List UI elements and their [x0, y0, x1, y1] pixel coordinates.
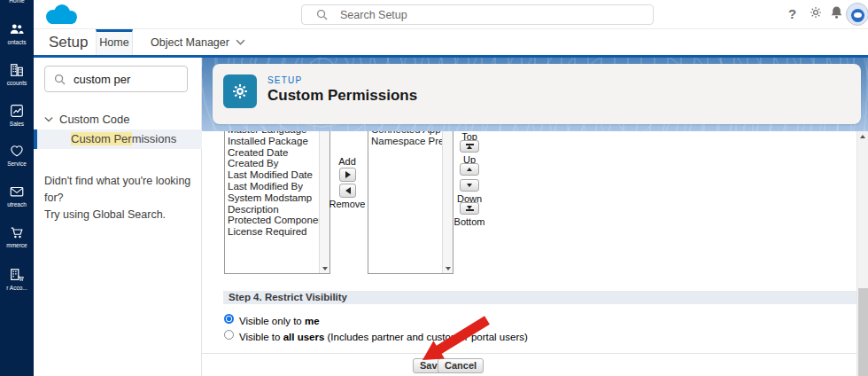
list-item[interactable]: Last Modified Date: [228, 169, 329, 181]
bell-icon: [830, 5, 843, 20]
bar-icon: [466, 209, 474, 211]
move-down-button[interactable]: [460, 179, 479, 192]
rail-item-label: ontacts: [0, 39, 34, 45]
nav-item-custom-permissions[interactable]: Custom Permissions: [34, 129, 202, 149]
scroll-up-icon: [860, 135, 865, 138]
rail-item-label: r Acco...: [0, 285, 34, 291]
nav-help-text: Didn't find what you're looking for? Try…: [44, 173, 197, 223]
list-item[interactable]: License Required: [228, 226, 329, 238]
contacts-icon: [9, 21, 25, 37]
move-up-button[interactable]: [460, 163, 479, 176]
move-top-button[interactable]: [460, 140, 479, 153]
sales-icon: [9, 103, 25, 119]
selected-indicator: [34, 129, 37, 149]
rail-item-contacts[interactable]: ontacts: [0, 21, 34, 45]
step4-section-header: Step 4. Restrict Visibility: [223, 291, 857, 304]
rail-item-home[interactable]: Home: [0, 0, 34, 4]
salesforce-setup-page: Home ontacts ccounts Sales Service utrea…: [0, 0, 868, 376]
rail-item-label: mmerce: [0, 242, 34, 248]
app-rail: Home ontacts ccounts Sales Service utrea…: [0, 0, 34, 376]
selected-fields-listbox[interactable]: Connected App Namespace Prefix: [368, 131, 453, 274]
chevron-down-icon: [44, 116, 53, 122]
list-item[interactable]: Last Modified By: [228, 181, 329, 192]
tab-object-manager[interactable]: Object Manager: [143, 29, 252, 55]
content-scrollbar[interactable]: [856, 131, 868, 376]
nav-item-label: Custom Permissions: [71, 132, 176, 145]
arrow-down-icon: [467, 184, 472, 187]
remove-label: Remove: [328, 199, 367, 209]
list-item[interactable]: System Modstamp: [228, 192, 329, 204]
setup-tabbar: Setup Home Object Manager: [34, 29, 868, 55]
setup-icon-tile: [223, 74, 257, 108]
nav-section-label: Custom Code: [59, 113, 129, 126]
rail-item-my-accounts[interactable]: r Acco...: [0, 267, 34, 291]
nav-section-custom-code[interactable]: Custom Code: [44, 113, 129, 126]
quick-find-input[interactable]: custom per: [44, 66, 188, 92]
arrow-down-icon: [467, 206, 472, 209]
tab-object-manager-label: Object Manager: [151, 36, 229, 49]
scroll-down-icon: [322, 267, 328, 270]
global-header: Search Setup ?: [34, 0, 868, 29]
arrow-left-icon: [345, 187, 351, 194]
gear-icon: [230, 82, 250, 101]
search-icon: [54, 74, 66, 85]
nav-help-line1: Didn't find what you're looking for?: [44, 173, 197, 207]
page-title: Custom Permissions: [267, 87, 417, 105]
commerce-icon: [9, 224, 25, 240]
classic-content-frame: Master Language Installed Package Create…: [202, 131, 868, 376]
rail-item-accounts[interactable]: ccounts: [0, 62, 34, 86]
rail-item-commerce[interactable]: mmerce: [0, 224, 34, 248]
bottom-label: Bottom: [448, 216, 491, 227]
setup-gear-button[interactable]: [809, 5, 823, 23]
nav-help-line2[interactable]: Try using Global Search.: [44, 207, 197, 223]
list-item[interactable]: Namespace Prefix: [371, 136, 453, 147]
move-bottom-button[interactable]: [460, 202, 479, 215]
user-avatar[interactable]: [846, 3, 868, 26]
radio-visible-all-users-label[interactable]: Visible to all users (Includes partner a…: [239, 332, 528, 343]
tab-home[interactable]: Home: [96, 29, 133, 55]
my-accounts-icon: [9, 267, 25, 283]
radio-visible-only-me-label[interactable]: Visible only to me: [239, 316, 320, 327]
notifications-button[interactable]: [830, 5, 843, 23]
page-eyebrow: SETUP: [267, 75, 302, 85]
salesforce-logo: [41, 4, 81, 27]
list-item[interactable]: Protected Component: [228, 215, 329, 226]
list-item[interactable]: Created Date: [228, 147, 329, 159]
rail-item-label: utreach: [0, 201, 34, 208]
service-icon: [9, 143, 25, 159]
arrow-up-icon: [467, 168, 472, 171]
rail-item-outreach[interactable]: utreach: [0, 184, 34, 208]
global-search-input[interactable]: Search Setup: [301, 4, 654, 25]
scrollbar-thumb[interactable]: [858, 288, 868, 376]
radio-visible-all-users[interactable]: [224, 330, 234, 340]
page-header-card: SETUP Custom Permissions: [213, 64, 861, 124]
list-item[interactable]: Description: [228, 204, 329, 215]
chevron-down-icon: [236, 39, 245, 45]
search-match-highlight: Custom Per: [71, 132, 132, 145]
rail-item-sales[interactable]: Sales: [0, 103, 34, 127]
quick-find-value: custom per: [74, 73, 130, 86]
scroll-down-icon: [446, 267, 451, 270]
add-label: Add: [331, 156, 363, 167]
rail-item-label: Sales: [0, 121, 34, 127]
setup-app-label: Setup: [49, 34, 88, 51]
global-search-placeholder: Search Setup: [340, 9, 407, 21]
setup-left-nav: custom per Custom Code Custom Permission…: [34, 58, 202, 376]
help-button[interactable]: ?: [788, 6, 796, 21]
radio-visible-only-me[interactable]: [224, 314, 234, 324]
arrow-up-icon: [467, 145, 472, 149]
available-fields-listbox[interactable]: Master Language Installed Package Create…: [224, 131, 330, 274]
remove-button[interactable]: [339, 184, 356, 198]
rail-item-label: Home: [0, 0, 34, 4]
arrow-right-icon: [345, 171, 351, 178]
gear-icon: [809, 5, 823, 20]
list-item[interactable]: Created By: [228, 158, 329, 169]
outreach-icon: [9, 184, 25, 200]
list-item[interactable]: Installed Package: [228, 136, 329, 147]
add-button[interactable]: [339, 168, 356, 182]
tabbar-underline: [34, 55, 868, 58]
rail-item-service[interactable]: Service: [0, 143, 34, 167]
cancel-button[interactable]: Cancel: [438, 358, 484, 373]
button-row-divider: [202, 353, 868, 354]
available-fields-options: Master Language Installed Package Create…: [225, 131, 329, 238]
